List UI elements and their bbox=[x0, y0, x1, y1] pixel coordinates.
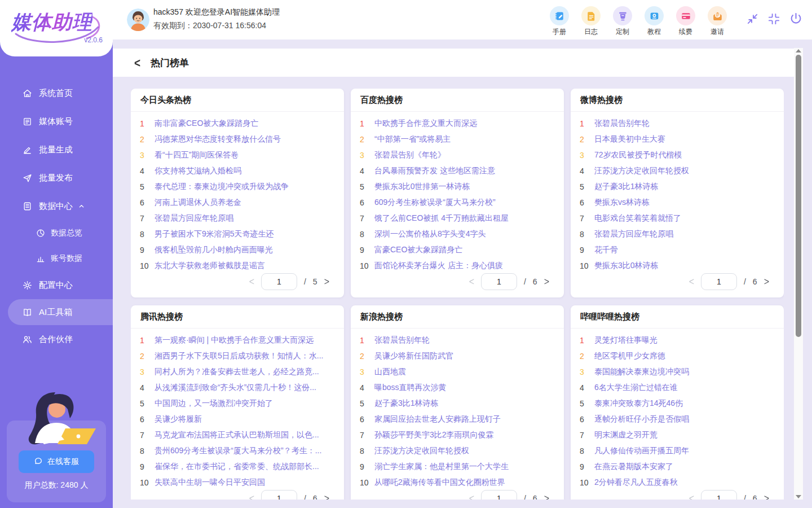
rank-link[interactable]: 马克龙宣布法国将正式承认巴勒斯坦国，以色... bbox=[155, 430, 319, 440]
sidebar-item-7[interactable]: 合作伙伴 bbox=[0, 325, 113, 353]
rank-link[interactable]: 第一观察·瞬间 | 中欧携手合作意义重大而深远 bbox=[155, 335, 314, 345]
back-icon[interactable]: < bbox=[134, 56, 140, 69]
compress-arrows-icon[interactable] bbox=[746, 12, 759, 25]
sidebar-subitem-4-1[interactable]: 账号数据 bbox=[0, 246, 113, 271]
user-avatar[interactable] bbox=[127, 8, 149, 31]
online-service-button[interactable]: 在线客服 bbox=[19, 450, 94, 473]
rank-link[interactable]: 失联高中生胡一啸今日平安回国 bbox=[155, 478, 265, 488]
feature-定制[interactable]: 定制 bbox=[612, 6, 633, 37]
rank-link[interactable]: 日本最美初中生大赛 bbox=[594, 134, 665, 144]
scrollbar-thumb[interactable] bbox=[796, 55, 801, 337]
rank-link[interactable]: 吴谦少将履新 bbox=[155, 414, 202, 424]
page-input[interactable] bbox=[261, 273, 297, 290]
rank-link[interactable]: 你支持将艾滋纳入婚检吗 bbox=[155, 166, 241, 176]
feature-日志[interactable]: 日志 bbox=[580, 6, 602, 37]
rank-link[interactable]: 崔保华，在市委书记，省委常委、统战部部长... bbox=[155, 462, 319, 472]
rank-link[interactable]: 泰代总理：泰柬边境冲突或升级为战争 bbox=[155, 182, 289, 192]
rank-link[interactable]: 中欧携手合作意义重大而深远 bbox=[374, 119, 477, 129]
exit-fullscreen-icon[interactable] bbox=[767, 12, 780, 25]
sidebar-item-0[interactable]: 系统首页 bbox=[0, 79, 113, 107]
rank-link[interactable]: 609分考生称被误录“厦大马来分校” bbox=[374, 198, 496, 208]
rank-link[interactable]: 吴谦少将新任国防武官 bbox=[374, 351, 453, 361]
rank-link[interactable]: 张碧晨告别《年轮》 bbox=[374, 150, 445, 160]
rank-link[interactable]: 张碧晨告别年轮 bbox=[374, 335, 430, 345]
page-input[interactable] bbox=[701, 490, 737, 500]
rank-link[interactable]: 河南上调退休人员养老金 bbox=[155, 198, 241, 208]
rank-link[interactable]: 泰国能解决泰柬边境冲突吗 bbox=[594, 367, 689, 377]
rank-link[interactable]: 灵笼灯塔往事曝光 bbox=[594, 335, 657, 345]
rank-link[interactable]: 中国周边，又一场激烈冲突开始了 bbox=[155, 398, 273, 409]
rank-link[interactable]: 曝boss直聘再次涉黄 bbox=[374, 383, 447, 393]
feature-续费[interactable]: 续费 bbox=[675, 6, 696, 37]
rank-link[interactable]: 南非富豪CEO被大象踩踏身亡 bbox=[155, 119, 258, 129]
prev-page-icon[interactable]: < bbox=[249, 275, 254, 288]
prev-page-icon[interactable]: < bbox=[469, 492, 474, 500]
next-page-icon[interactable]: > bbox=[324, 492, 329, 500]
rank-link[interactable]: 2分钟看尽凡人五度春秋 bbox=[594, 478, 678, 488]
sidebar-item-2[interactable]: 批量生成 bbox=[0, 135, 113, 164]
rank-link[interactable]: 明末渊虚之羽开荒 bbox=[594, 430, 657, 440]
rank-link[interactable]: 冯德莱恩对华态度转变释放什么信号 bbox=[155, 134, 281, 144]
page-input[interactable] bbox=[481, 490, 517, 500]
rank-link[interactable]: “中部第一省”或将易主 bbox=[374, 134, 451, 144]
rank-link[interactable]: 同村人所为？准备安葬去世老人，必经之路竟... bbox=[155, 367, 319, 377]
rank-link[interactable]: 台风暴雨预警齐发 这些地区需注意 bbox=[374, 166, 495, 176]
next-page-icon[interactable]: > bbox=[324, 275, 329, 288]
rank-link[interactable]: 看“十四五”期间医保答卷 bbox=[155, 150, 239, 160]
page-input[interactable] bbox=[261, 490, 297, 500]
next-page-icon[interactable]: > bbox=[544, 492, 549, 500]
rank-link[interactable]: 电影戏台笑着笑着就悟了 bbox=[594, 213, 681, 224]
rank-link[interactable]: 凡人修仙传动画开播五周年 bbox=[594, 446, 689, 456]
rank-link[interactable]: 富豪CEO被大象踩踏身亡 bbox=[374, 245, 462, 255]
rank-link[interactable]: 从浅滩溪流到致命“齐头水”仅需几十秒！这份... bbox=[155, 383, 316, 393]
power-icon[interactable] bbox=[789, 12, 803, 26]
rank-link[interactable]: 从哪吒2藏海传等看中国文化圈粉世界 bbox=[374, 478, 505, 488]
rank-link[interactable]: 饿了么前CEO被抓 4千万贿款藏出租屋 bbox=[374, 213, 509, 224]
rank-link[interactable]: 面馆论杯卖茅台爆火 店主：身心俱疲 bbox=[374, 261, 503, 271]
sidebar-item-6[interactable]: AI工具箱 bbox=[8, 299, 113, 325]
rank-link[interactable]: 张碧晨告别年轮 bbox=[594, 119, 650, 129]
prev-page-icon[interactable]: < bbox=[469, 275, 474, 288]
sidebar-item-3[interactable]: 批量发布 bbox=[0, 164, 113, 192]
vertical-scrollbar[interactable] bbox=[794, 48, 803, 500]
rank-link[interactable]: 汪苏泷方决定收回年轮授权 bbox=[594, 166, 689, 176]
rank-link[interactable]: 东北大学获救老师被截肢是谣言 bbox=[155, 261, 265, 271]
sidebar-item-1[interactable]: 媒体账号 bbox=[0, 107, 113, 135]
prev-page-icon[interactable]: < bbox=[689, 492, 694, 500]
scroll-up-icon[interactable] bbox=[796, 49, 801, 52]
rank-link[interactable]: 深圳一公寓价格从8字头变4字头 bbox=[374, 229, 486, 239]
page-input[interactable] bbox=[481, 273, 517, 290]
rank-link[interactable]: 湘西男子水下失联5日后成功获救！知情人：水... bbox=[155, 351, 323, 361]
feature-教程[interactable]: 教程 bbox=[643, 6, 665, 37]
rank-link[interactable]: 男子被困水下9米溶洞5天奇迹生还 bbox=[155, 229, 274, 239]
rank-link[interactable]: 泰柬冲突致泰方14死46伤 bbox=[594, 398, 683, 409]
rank-link[interactable]: 汪苏泷方决定收回年轮授权 bbox=[374, 446, 469, 456]
rank-link[interactable]: 72岁农民被授予时代楷模 bbox=[594, 150, 682, 160]
rank-link[interactable]: 张碧晨方回应年轮原唱 bbox=[594, 229, 673, 239]
prev-page-icon[interactable]: < bbox=[249, 492, 254, 500]
sidebar-item-5[interactable]: 配置中心 bbox=[0, 271, 113, 299]
rank-link[interactable]: 张碧晨方回应年轮原唱 bbox=[155, 213, 233, 224]
sidebar-item-4[interactable]: 数据中心 bbox=[0, 192, 113, 220]
rank-link[interactable]: 家属回应抬去世老人安葬路上现钉子 bbox=[374, 414, 501, 424]
feature-邀请[interactable]: 邀请 bbox=[707, 6, 728, 37]
rank-link[interactable]: 樊振东vs林诗栋 bbox=[594, 198, 650, 208]
rank-link[interactable]: 赵子豪3比1林诗栋 bbox=[374, 398, 439, 409]
next-page-icon[interactable]: > bbox=[544, 275, 549, 288]
prev-page-icon[interactable]: < bbox=[689, 275, 694, 288]
rank-link[interactable]: 花千骨 bbox=[594, 245, 618, 255]
rank-link[interactable]: 樊振东3比0世排第一林诗栋 bbox=[374, 182, 470, 192]
rank-link[interactable]: 溺亡学生家属：他是村里第一个大学生 bbox=[374, 462, 509, 472]
rank-link[interactable]: 山西地震 bbox=[374, 367, 406, 377]
next-page-icon[interactable]: > bbox=[764, 275, 769, 288]
rank-link[interactable]: 贵州609分考生被误录“厦大马来分校”？考生：... bbox=[155, 446, 321, 456]
feature-手册[interactable]: 手册 bbox=[549, 6, 570, 37]
rank-link[interactable]: 樊振东3比0林诗栋 bbox=[594, 261, 659, 271]
rank-link[interactable]: 孙颖莎平野美宇3比2李雨琪向俊霖 bbox=[374, 430, 494, 440]
next-page-icon[interactable]: > bbox=[764, 492, 769, 500]
rank-link[interactable]: 赵子豪3比1林诗栋 bbox=[594, 182, 659, 192]
sidebar-subitem-4-0[interactable]: 数据总览 bbox=[0, 220, 113, 246]
scroll-down-icon[interactable] bbox=[796, 495, 801, 498]
rank-link[interactable]: 逐帧分析旺仔小乔是否假唱 bbox=[594, 414, 689, 424]
rank-link[interactable]: 绝区零机甲少女席德 bbox=[594, 351, 665, 361]
